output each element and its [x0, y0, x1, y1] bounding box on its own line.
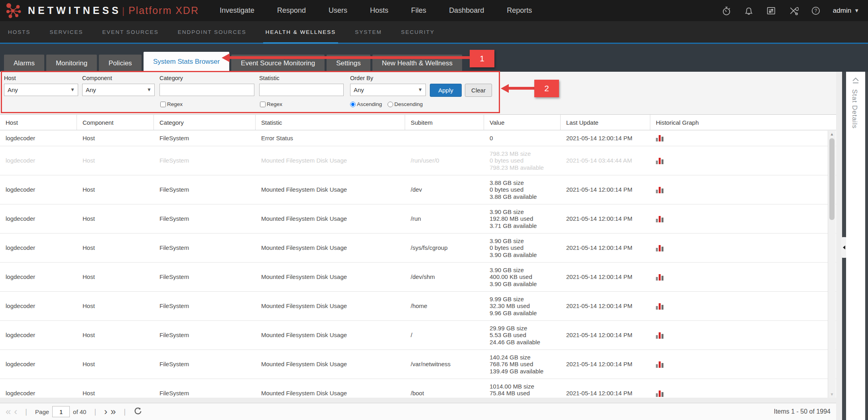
- cell-last-update: 2021-05-14 12:00:14 PM: [561, 263, 650, 291]
- refresh-icon[interactable]: [134, 407, 142, 417]
- column-header-subitem[interactable]: Subitem: [405, 115, 484, 130]
- historical-graph-icon[interactable]: [656, 274, 836, 281]
- column-header-host[interactable]: Host: [0, 115, 77, 130]
- table-row[interactable]: logdecoder Host FileSystem Mounted Files…: [0, 204, 836, 234]
- cell-historical-graph: [650, 234, 836, 262]
- table-row[interactable]: logdecoder Host FileSystem Mounted Files…: [0, 321, 836, 350]
- historical-graph-icon[interactable]: [656, 332, 836, 339]
- cell-value: 3.90 GB size400.00 KB used3.90 GB availa…: [484, 263, 561, 291]
- category-filter-label: Category: [159, 75, 183, 81]
- first-page-icon[interactable]: «: [6, 407, 11, 416]
- table-row[interactable]: logdecoder Host FileSystem Error Status …: [0, 130, 836, 146]
- pager-divider: |: [124, 408, 126, 416]
- next-page-icon[interactable]: ›: [104, 407, 107, 416]
- admin-nav-item-endpoint-sources[interactable]: ENDPOINT SOURCES: [178, 21, 246, 43]
- last-page-icon[interactable]: »: [110, 407, 116, 416]
- stats-table: HostComponentCategoryStatisticSubitemVal…: [0, 114, 836, 398]
- historical-graph-icon[interactable]: [656, 361, 836, 368]
- help-icon[interactable]: ?: [811, 6, 821, 16]
- order-by-select[interactable]: Any: [350, 84, 425, 96]
- scroll-down-icon[interactable]: ▼: [828, 392, 836, 396]
- cell-statistic: Mounted Filesystem Disk Usage: [256, 175, 405, 204]
- stopwatch-icon[interactable]: [721, 6, 732, 16]
- admin-nav-item-services[interactable]: SERVICES: [50, 21, 83, 43]
- admin-nav: HOSTSSERVICESEVENT SOURCESENDPOINT SOURC…: [0, 21, 868, 44]
- bell-icon[interactable]: [744, 6, 754, 16]
- ascending-radio[interactable]: Ascending: [350, 101, 382, 107]
- admin-nav-item-hosts[interactable]: HOSTS: [8, 21, 31, 43]
- category-input[interactable]: [159, 84, 254, 96]
- cell-subitem: /dev/shm: [405, 263, 484, 291]
- scrollbar-thumb[interactable]: [829, 138, 835, 220]
- filter-panel: Host Component Category Statistic Order …: [0, 72, 836, 114]
- admin-nav-item-health-wellness[interactable]: HEALTH & WELLNESS: [266, 21, 336, 43]
- column-header-historical-graph[interactable]: Historical Graph: [650, 115, 836, 130]
- user-menu[interactable]: admin ▼: [833, 7, 859, 15]
- top-menu-item-hosts[interactable]: Hosts: [370, 6, 388, 15]
- stat-details-panel[interactable]: Stat Details: [846, 72, 865, 420]
- table-row[interactable]: logdecoder Host FileSystem Mounted Files…: [0, 379, 836, 398]
- historical-graph-icon[interactable]: [656, 216, 836, 222]
- brand[interactable]: NETWITNESS | Platform XDR: [6, 2, 199, 20]
- top-menu-item-reports[interactable]: Reports: [507, 6, 532, 15]
- clear-button[interactable]: Clear: [465, 84, 492, 97]
- annotation-arrow-2-line: [508, 87, 534, 90]
- historical-graph-icon[interactable]: [656, 303, 836, 310]
- top-menu-item-respond[interactable]: Respond: [277, 6, 306, 15]
- column-header-category[interactable]: Category: [154, 115, 256, 130]
- cell-category: FileSystem: [154, 175, 256, 204]
- scroll-up-icon[interactable]: ▲: [828, 132, 836, 136]
- historical-graph-icon[interactable]: [656, 157, 836, 164]
- component-select[interactable]: Any: [83, 84, 154, 96]
- expand-panel-icon[interactable]: [851, 76, 860, 85]
- cell-subitem: /dev: [405, 175, 484, 204]
- table-row[interactable]: logdecoder Host FileSystem Mounted Files…: [0, 175, 836, 204]
- host-select[interactable]: Any: [4, 84, 78, 96]
- column-header-last-update[interactable]: Last Update: [561, 115, 650, 130]
- cell-statistic: Mounted Filesystem Disk Usage: [256, 379, 405, 398]
- cell-category: FileSystem: [154, 130, 256, 146]
- cell-historical-graph: [650, 204, 836, 233]
- tabs: AlarmsMonitoringPoliciesSystem Stats Bro…: [4, 52, 462, 72]
- table-row[interactable]: logdecoder Host FileSystem Mounted Files…: [0, 292, 836, 321]
- top-menu-item-users[interactable]: Users: [329, 6, 347, 15]
- column-header-value[interactable]: Value: [484, 115, 561, 130]
- admin-nav-item-system[interactable]: SYSTEM: [355, 21, 382, 43]
- cell-value: 9.99 GB size32.30 MB used9.96 GB availab…: [484, 292, 561, 320]
- historical-graph-icon[interactable]: [656, 135, 836, 141]
- top-menu-item-files[interactable]: Files: [411, 6, 426, 15]
- table-row[interactable]: logdecoder Host FileSystem Mounted Files…: [0, 146, 836, 175]
- cell-category: FileSystem: [154, 350, 256, 379]
- tools-icon[interactable]: [788, 6, 799, 16]
- tab-alarms[interactable]: Alarms: [4, 55, 44, 72]
- statistic-regex-checkbox[interactable]: Regex: [260, 101, 282, 107]
- cell-last-update: 2021-05-14 12:00:14 PM: [561, 234, 650, 262]
- tab-policies[interactable]: Policies: [99, 55, 142, 72]
- jobs-icon[interactable]: [766, 6, 776, 16]
- vertical-scrollbar[interactable]: ▲ ▼: [828, 131, 836, 398]
- page-input[interactable]: [52, 406, 70, 417]
- historical-graph-icon[interactable]: [656, 186, 836, 193]
- historical-graph-icon[interactable]: [656, 390, 836, 397]
- table-row[interactable]: logdecoder Host FileSystem Mounted Files…: [0, 234, 836, 263]
- column-header-component[interactable]: Component: [77, 115, 154, 130]
- prev-page-icon[interactable]: ‹: [14, 407, 17, 416]
- tab-monitoring[interactable]: Monitoring: [46, 55, 97, 72]
- netwitness-logo-icon: [6, 2, 23, 20]
- admin-nav-item-event-sources[interactable]: EVENT SOURCES: [102, 21, 159, 43]
- admin-nav-item-security[interactable]: SECURITY: [401, 21, 435, 43]
- top-menu-item-investigate[interactable]: Investigate: [220, 6, 254, 15]
- descending-radio[interactable]: Descending: [388, 101, 423, 107]
- table-row[interactable]: logdecoder Host FileSystem Mounted Files…: [0, 263, 836, 292]
- top-menu-item-dashboard[interactable]: Dashboard: [449, 6, 484, 15]
- tab-system-stats-browser[interactable]: System Stats Browser: [144, 52, 229, 72]
- category-regex-checkbox[interactable]: Regex: [160, 101, 183, 107]
- apply-button[interactable]: Apply: [430, 84, 462, 97]
- historical-graph-icon[interactable]: [656, 245, 836, 251]
- right-edge-strip: [865, 72, 868, 420]
- table-row[interactable]: logdecoder Host FileSystem Mounted Files…: [0, 350, 836, 379]
- cell-last-update: 2021-05-14 12:00:14 PM: [561, 292, 650, 320]
- cell-component: Host: [77, 204, 154, 233]
- column-header-statistic[interactable]: Statistic: [256, 115, 405, 130]
- statistic-input[interactable]: [259, 84, 344, 96]
